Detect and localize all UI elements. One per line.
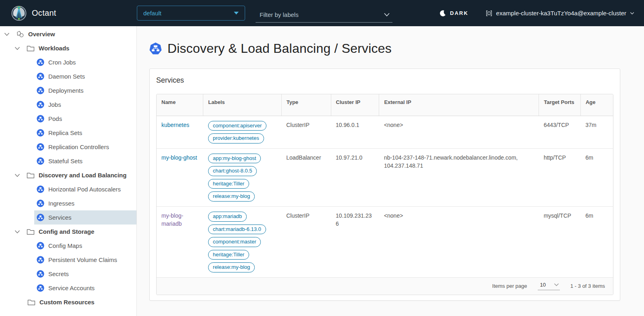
cell-type: LoadBalancer (281, 148, 331, 206)
cluster-selector[interactable]: example-cluster-ka3TuTzYo4a@example-clus… (485, 10, 634, 17)
items-per-page-value: 10 (540, 282, 546, 288)
sidebar-item-pods[interactable]: Pods (0, 112, 136, 126)
service-link[interactable]: my-blog-mariadb (161, 212, 183, 227)
column-header-name: Name (157, 94, 203, 116)
sidebar-item-daemon-sets[interactable]: Daemon Sets (0, 69, 136, 83)
app-name: Octant (32, 8, 56, 18)
table-header-row: NameLabelsTypeCluster IPExternal IPTarge… (157, 94, 613, 116)
cell-name: kubernetes (157, 116, 203, 148)
cell-type: ClusterIP (281, 207, 331, 278)
cell-external-ip: <none> (379, 116, 539, 148)
theme-toggle-button[interactable]: DARK (440, 10, 469, 17)
chevron-down-icon[interactable] (4, 32, 10, 36)
sidebar-item-secrets[interactable]: Secrets (0, 267, 136, 281)
label-badges: component:apiserverprovider:kubernetes (208, 121, 277, 143)
sidebar-item-label: Persistent Volume Claims (48, 256, 117, 263)
sidebar-item-custom-resources[interactable]: Custom Resources (0, 295, 136, 309)
items-per-page-select[interactable]: 10 (538, 282, 560, 290)
page-title: Discovery & Load Balancing / Services (167, 41, 392, 56)
theme-toggle-label: DARK (450, 10, 469, 16)
main-content: Discovery & Load Balancing / Services Se… (137, 26, 644, 316)
label-badge: chart:ghost-8.0.5 (208, 166, 257, 176)
column-header-cluster-ip: Cluster IP (331, 94, 379, 116)
sidebar-item-overview[interactable]: Overview (0, 27, 136, 41)
sidebar-item-label: Config Maps (48, 242, 82, 249)
label-filter-input[interactable]: Filter by labels (256, 8, 392, 23)
cell-external-ip: <none> (379, 207, 539, 278)
label-badge: heritage:Tiller (208, 179, 249, 189)
sidebar-item-persistent-volume-claims[interactable]: Persistent Volume Claims (0, 253, 136, 267)
sidebar-item-stateful-sets[interactable]: Stateful Sets (0, 154, 136, 168)
sidebar-item-ingresses[interactable]: Ingresses (0, 196, 136, 210)
ingress-icon (37, 200, 44, 207)
table-row: my-blog-ghostapp:my-blog-ghostchart:ghos… (157, 148, 613, 206)
folder-icon (27, 172, 35, 179)
sidebar-item-label: Daemon Sets (48, 73, 85, 80)
label-badge: component:master (208, 237, 261, 247)
serviceaccount-icon (37, 284, 44, 292)
sidebar-item-label: Horizontal Pod Autoscalers (48, 186, 121, 193)
cell-cluster-ip: 10.97.21.0 (331, 148, 379, 206)
column-header-target-ports: Target Ports (539, 94, 581, 116)
sidebar-item-label: Service Accounts (48, 285, 95, 291)
namespace-select[interactable]: default (137, 6, 245, 21)
folder-icon (27, 299, 35, 306)
sidebar-item-workloads[interactable]: Workloads (0, 41, 136, 55)
label-badge: chart:mariadb-6.13.0 (208, 225, 266, 235)
sidebar-item-services[interactable]: Services (0, 210, 136, 225)
sidebar-item-label: Workloads (39, 45, 69, 52)
cell-target-ports: mysql/TCP (539, 207, 581, 278)
sidebar-item-discovery-and-load-balancing[interactable]: Discovery and Load Balancing (0, 168, 136, 182)
hpa-icon (37, 185, 44, 193)
sidebar-item-replication-controllers[interactable]: Replication Controllers (0, 140, 136, 154)
cell-type: ClusterIP (281, 116, 331, 148)
sidebar-item-label: Overview (28, 31, 55, 37)
moon-icon (440, 10, 446, 17)
label-badge: app:my-blog-ghost (208, 154, 261, 164)
chevron-down-icon[interactable] (14, 173, 20, 177)
sidebar-item-jobs[interactable]: Jobs (0, 98, 136, 112)
sidebar-item-label: Replication Controllers (48, 143, 109, 150)
sidebar-item-label: Discovery and Load Balancing (39, 172, 126, 179)
sidebar-item-replica-sets[interactable]: Replica Sets (0, 126, 136, 140)
replicaset-icon (37, 129, 44, 137)
cell-labels: component:apiserverprovider:kubernetes (203, 116, 281, 148)
sidebar-item-label: Replica Sets (48, 129, 82, 136)
sidebar-item-horizontal-pod-autoscalers[interactable]: Horizontal Pod Autoscalers (0, 182, 136, 196)
chevron-down-icon[interactable] (14, 230, 20, 234)
sidebar-item-label: Services (48, 214, 72, 221)
app-logo-wrap: Octant (11, 6, 137, 21)
service-link[interactable]: kubernetes (161, 122, 189, 128)
sidebar-item-cron-jobs[interactable]: Cron Jobs (0, 55, 136, 69)
label-badges: app:my-blog-ghostchart:ghost-8.0.5herita… (208, 154, 277, 202)
sidebar-item-deployments[interactable]: Deployments (0, 83, 136, 98)
label-badge: provider:kubernetes (208, 133, 264, 143)
sidebar-item-label: Secrets (48, 270, 69, 277)
cluster-icon (485, 10, 493, 17)
app-header: Octant default Filter by labels DARK exa… (0, 0, 644, 26)
octant-logo-icon (11, 6, 27, 21)
sidebar-item-label: Pods (48, 115, 62, 122)
page-title-row: Discovery & Load Balancing / Services (149, 41, 644, 56)
sidebar-item-service-accounts[interactable]: Service Accounts (0, 281, 136, 295)
chevron-down-icon[interactable] (14, 46, 20, 50)
cell-cluster-ip: 10.96.0.1 (331, 116, 379, 148)
cell-labels: app:mariadbchart:mariadb-6.13.0component… (203, 207, 281, 278)
service-link[interactable]: my-blog-ghost (161, 154, 197, 161)
sidebar-item-config-maps[interactable]: Config Maps (0, 239, 136, 253)
service-icon (37, 214, 44, 221)
chevron-down-icon (630, 12, 634, 15)
pvc-icon (37, 256, 44, 264)
chevron-down-icon[interactable] (384, 12, 390, 17)
table-row: kubernetescomponent:apiserverprovider:ku… (157, 116, 613, 148)
sidebar-item-config-and-storage[interactable]: Config and Storage (0, 225, 136, 239)
sidebar-item-label: Deployments (48, 87, 84, 94)
items-per-page-label: Items per page (492, 283, 527, 289)
services-card: Services NameLabelsTypeCluster IPExterna… (149, 69, 620, 301)
cell-target-ports: 6443/TCP (539, 116, 581, 148)
cell-target-ports: http/TCP (539, 148, 581, 206)
caret-down-icon (234, 12, 239, 15)
services-datagrid: NameLabelsTypeCluster IPExternal IPTarge… (156, 94, 613, 295)
sidebar-item-label: Stateful Sets (48, 158, 83, 164)
cell-cluster-ip: 10.109.231.236 (331, 207, 379, 278)
